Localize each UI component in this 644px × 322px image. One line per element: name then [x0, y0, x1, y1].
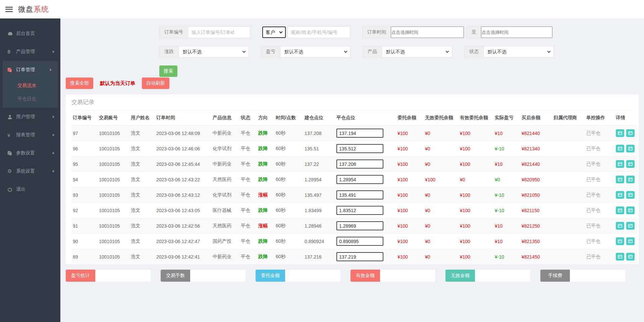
detail-button-2[interactable]	[626, 237, 635, 245]
filter-select[interactable]: 默认不选	[280, 46, 351, 57]
cell-product: 国药产投	[211, 234, 239, 249]
close-price-input[interactable]	[336, 159, 383, 169]
close-price-input[interactable]	[336, 221, 383, 230]
stat-value-box	[285, 270, 340, 282]
cell-status: 平仓	[239, 249, 257, 265]
filter-select[interactable]: 默认不选	[382, 46, 452, 57]
cell-actual-profit: ¥10	[493, 234, 520, 249]
auto-refresh-button[interactable]: 自动刷新	[142, 78, 169, 89]
close-price-input[interactable]	[336, 252, 383, 261]
detail-button-2[interactable]	[626, 160, 635, 168]
cell-detail	[614, 156, 637, 172]
cell-order-time: 2023-03-06 12:43:05	[155, 203, 211, 218]
close-price-input[interactable]	[336, 144, 383, 153]
cell-agent	[552, 249, 585, 265]
filter-select[interactable]: 默认不选	[483, 46, 554, 57]
detail-button-1[interactable]	[616, 191, 624, 199]
cell-invalid-entrust: ¥0	[424, 126, 459, 141]
detail-button-2[interactable]	[626, 191, 635, 199]
detail-button-2[interactable]	[626, 206, 635, 214]
cell-period: 60秒	[274, 203, 303, 218]
stat-label: 交易手数	[161, 270, 190, 282]
detail-button-2[interactable]	[626, 253, 635, 261]
detail-button-2[interactable]	[626, 176, 635, 183]
cell-invalid-entrust: ¥0	[424, 156, 459, 172]
sidebar-item-label: 系统设置	[16, 168, 53, 174]
close-price-input[interactable]	[336, 175, 383, 184]
search-all-button[interactable]: 搜索全部	[66, 78, 93, 89]
detail-button-2[interactable]	[626, 145, 635, 152]
cell-valid-entrust: ¥100	[459, 187, 493, 203]
time-from-input[interactable]	[391, 27, 464, 38]
customer-input[interactable]	[287, 27, 350, 38]
detail-button-2[interactable]	[626, 222, 635, 230]
yen-icon: ¥	[7, 132, 16, 138]
column-header: 订单时间	[155, 110, 211, 126]
sidebar-item-label: 报表管理	[16, 132, 53, 138]
power-icon	[7, 187, 16, 192]
detail-button-1[interactable]	[616, 145, 624, 152]
search-button[interactable]: 搜索	[159, 65, 177, 77]
close-price-input[interactable]	[336, 237, 383, 246]
sidebar-item-products[interactable]: ฿ 产品管理	[0, 43, 60, 61]
sidebar-item-label: 用户管理	[16, 114, 53, 120]
cell-actual-profit: ¥10	[493, 218, 520, 234]
time-to-label: 至	[467, 27, 481, 38]
time-to-input[interactable]	[481, 27, 552, 38]
filter-select-group: 盈亏 默认不选	[261, 46, 351, 57]
detail-button-1[interactable]	[616, 160, 624, 168]
cell-product: 中新药业	[211, 126, 239, 141]
cell-close-price	[335, 172, 396, 187]
close-price-input[interactable]	[336, 206, 383, 215]
sidebar-item-dashboard[interactable]: 后台首页	[0, 25, 60, 43]
close-price-input[interactable]	[336, 129, 383, 138]
sidebar-item-system[interactable]: ⚙ 系统设置	[0, 162, 60, 180]
detail-button-1[interactable]	[616, 129, 624, 137]
customer-type-select[interactable]: 客户	[262, 27, 286, 38]
sidebar-subitem-close-log[interactable]: 平仓日志	[3, 92, 58, 106]
detail-button-1[interactable]	[616, 176, 624, 183]
column-header: 建仓点位	[303, 110, 335, 126]
cell-account: 10010105	[98, 218, 129, 234]
detail-button-1[interactable]	[616, 206, 624, 214]
close-price-input[interactable]	[336, 190, 383, 199]
cell-account: 10010105	[98, 234, 129, 249]
sidebar-subitem-trade-flow[interactable]: 交易流水	[3, 79, 58, 92]
stat-label: 盈亏统计	[66, 270, 95, 282]
cell-detail	[614, 172, 637, 187]
cell-open-price: 137.208	[303, 126, 335, 141]
cell-detail	[614, 218, 637, 234]
cell-valid-entrust: ¥100	[459, 156, 493, 172]
detail-button-1[interactable]	[616, 237, 624, 245]
sidebar-item-logout[interactable]: 退出	[0, 180, 60, 198]
cell-period: 60秒	[274, 218, 303, 234]
cell-direction: 跌降	[257, 126, 274, 141]
cell-agent	[552, 172, 585, 187]
brand-logo[interactable]: 微盘系统	[18, 4, 49, 14]
cell-valid-entrust: ¥100	[459, 203, 493, 218]
filter-select-group: 产品 默认不选	[363, 46, 452, 57]
sidebar-item-reports[interactable]: ¥ 报表管理	[0, 126, 60, 144]
filter-select-wrap: 默认不选	[483, 46, 554, 57]
sidebar-item-users[interactable]: 用户管理	[0, 108, 60, 126]
column-header: 用户姓名	[129, 110, 155, 126]
sidebar-item-params[interactable]: 参数设置	[0, 144, 60, 162]
cell-control-status: 已平仓	[585, 218, 614, 234]
cell-detail	[614, 234, 637, 249]
detail-button-1[interactable]	[616, 253, 624, 261]
cell-entrust-balance: ¥100	[396, 249, 424, 265]
customer-select-wrap: 客户	[262, 27, 286, 38]
sidebar-item-orders[interactable]: 订单管理	[3, 61, 58, 79]
cell-actual-profit: ¥-10	[493, 141, 520, 156]
hamburger-menu-icon[interactable]	[5, 7, 13, 12]
cell-account: 10010105	[98, 156, 129, 172]
column-header: 买后余额	[520, 110, 552, 126]
column-header: 交易账号	[98, 110, 129, 126]
filter-select[interactable]: 默认不选	[178, 46, 249, 57]
detail-button-1[interactable]	[616, 222, 624, 230]
filter-label: 涨跌	[159, 46, 178, 57]
cell-detail	[614, 203, 637, 218]
order-no-input[interactable]	[188, 27, 250, 38]
detail-button-2[interactable]	[626, 129, 635, 137]
column-header: 实际盈亏	[493, 110, 520, 126]
